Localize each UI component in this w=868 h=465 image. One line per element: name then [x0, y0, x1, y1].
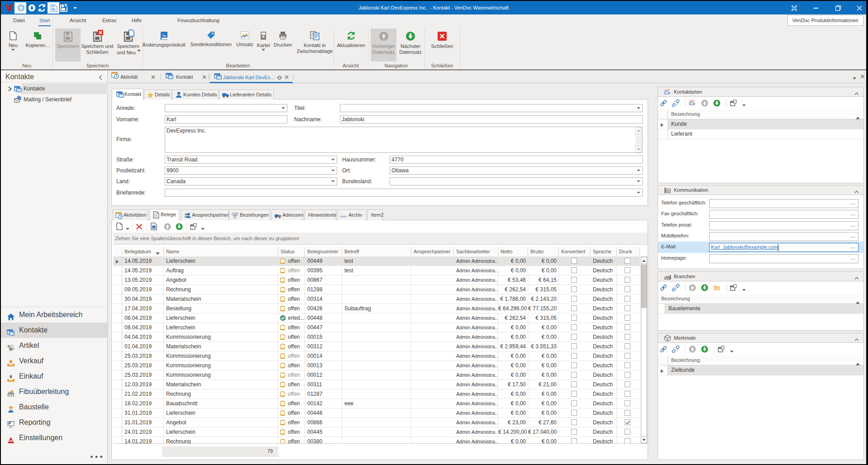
svg-text:сϧ: сϧ	[665, 92, 667, 94]
svg-text:i: i	[153, 225, 154, 229]
svg-text:сϧ: сϧ	[690, 103, 692, 105]
svg-text:Archiv: Archiv	[341, 216, 346, 218]
svg-text:z: z	[164, 34, 166, 38]
